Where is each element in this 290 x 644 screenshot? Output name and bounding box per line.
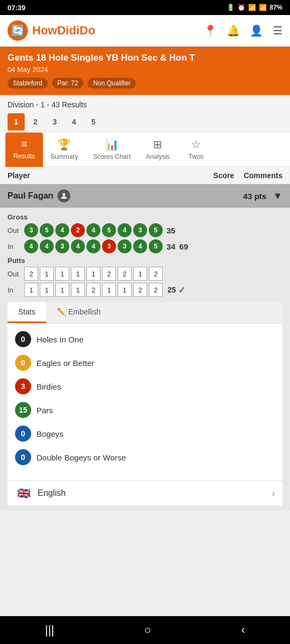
division-tab-3[interactable]: 3 — [46, 113, 63, 130]
language-footer[interactable]: 🇬🇧 English › — [8, 480, 282, 506]
gross-in-2: 4 — [40, 239, 54, 253]
gross-in-total: 34 — [166, 242, 176, 251]
division-label: Division - 1 - 43 Results — [8, 100, 282, 109]
gross-in-4: 4 — [71, 239, 85, 253]
birdies-badge: 3 — [15, 378, 31, 394]
nav-tabs[interactable]: ≡ Results 🏆 Summary 📊 Scores Chart ⊞ Ana… — [0, 133, 290, 167]
birdies-label: Birdies — [37, 382, 61, 391]
gross-out-9: 5 — [149, 223, 163, 237]
gross-in-5: 4 — [86, 239, 100, 253]
tab-scores-chart[interactable]: 📊 Scores Chart — [85, 133, 138, 166]
tab-analysis[interactable]: ⊞ Analysis — [138, 133, 177, 166]
results-icon: ≡ — [21, 138, 27, 150]
putt-out-5: 1 — [86, 267, 100, 281]
logo-text: HowDidiDo — [32, 24, 95, 38]
putts-out-row: Out 2 1 1 1 1 2 2 1 2 — [8, 267, 282, 281]
tab-embellish[interactable]: ✏️Embellish — [46, 302, 112, 323]
gross-out-4: 2 — [71, 223, 85, 237]
tab-results[interactable]: ≡ Results — [5, 133, 43, 167]
player-score: 43 pts — [243, 192, 266, 201]
division-tabs[interactable]: 1 2 3 4 5 — [8, 113, 282, 130]
putt-in-1: 1 — [24, 283, 38, 297]
gross-grand-total: 69 — [179, 242, 189, 251]
stat-pars: 15 Pars — [15, 402, 275, 418]
putts-out-label: Out — [8, 270, 23, 278]
gross-in-6: 3 — [102, 239, 116, 253]
putt-in-9: 2 — [149, 283, 163, 297]
bogeys-label: Bogeys — [37, 429, 63, 438]
user-icon[interactable]: 👤 — [250, 24, 263, 37]
gross-out-7: 4 — [118, 223, 132, 237]
putt-out-7: 2 — [118, 267, 132, 281]
nav-recent-apps-button[interactable]: ||| — [34, 619, 65, 641]
putt-in-2: 1 — [40, 283, 54, 297]
logo-icon: 🔄 — [8, 20, 28, 41]
division-tab-2[interactable]: 2 — [27, 113, 44, 130]
bogeys-badge: 0 — [15, 426, 31, 442]
putts-in-row: In 1 1 1 1 2 1 1 2 2 25 ✓ — [8, 283, 282, 297]
event-banner: Gents 18 Hole Singles YB Hon Sec & Hon T… — [0, 47, 290, 95]
putts-section: Putts Out 2 1 1 1 1 2 2 1 2 In 1 1 1 1 2… — [8, 257, 282, 297]
bottom-nav[interactable]: ||| ○ ‹ — [0, 616, 290, 644]
signal-icon: 📶 — [259, 4, 267, 11]
header-icons[interactable]: 📍 🔔 👤 ☰ — [204, 24, 282, 37]
nav-back-button[interactable]: ‹ — [230, 619, 256, 641]
gross-in-9: 5 — [149, 239, 163, 253]
player-row[interactable]: Paul Fagan 43 pts ▼ — [0, 184, 290, 208]
svg-point-0 — [63, 193, 66, 196]
gross-in-8: 4 — [133, 239, 147, 253]
gross-out-8: 3 — [133, 223, 147, 237]
tab-twos[interactable]: ☆ Twos — [177, 133, 215, 166]
stat-eagles: 0 Eagles or Better — [15, 355, 275, 371]
battery-percent: 87% — [270, 4, 282, 11]
stat-bogeys: 0 Bogeys — [15, 426, 275, 442]
player-avatar-icon — [57, 189, 70, 202]
eagles-label: Eagles or Better — [37, 358, 95, 368]
tag-qualifier: Non Qualifier — [88, 78, 136, 89]
player-name: Paul Fagan — [8, 189, 243, 202]
app-header: 🔄 HowDidiDo 📍 🔔 👤 ☰ — [0, 15, 290, 47]
nav-home-button[interactable]: ○ — [133, 619, 162, 641]
putt-out-3: 1 — [55, 267, 69, 281]
putt-in-3: 1 — [55, 283, 69, 297]
table-header: Player Score Comments — [0, 167, 290, 184]
score-detail: Gross Out 3 5 4 2 4 5 4 3 5 35 In 4 4 3 … — [0, 208, 290, 511]
putts-label: Putts — [8, 257, 282, 265]
gross-in-3: 3 — [55, 239, 69, 253]
tab-summary[interactable]: 🏆 Summary — [43, 133, 85, 166]
division-tab-4[interactable]: 4 — [66, 113, 83, 130]
tab-stats[interactable]: Stats — [8, 302, 46, 323]
flag-icon: 🇬🇧 — [15, 487, 32, 499]
double-bogeys-label: Double Bogeys or Worse — [37, 453, 126, 462]
putts-total: 25 ✓ — [168, 285, 185, 295]
in-label: In — [8, 243, 23, 251]
inner-tabs[interactable]: Stats ✏️Embellish — [8, 302, 282, 324]
division-tab-5[interactable]: 5 — [85, 113, 102, 130]
wifi-icon: 📶 — [248, 4, 256, 11]
putt-out-1: 2 — [24, 267, 38, 281]
putt-out-6: 2 — [102, 267, 116, 281]
event-title: Gents 18 Hole Singles YB Hon Sec & Hon T — [8, 52, 282, 64]
gross-out-1: 3 — [24, 223, 38, 237]
battery-icon: 🔋 — [227, 4, 235, 11]
out-label: Out — [8, 226, 23, 235]
event-date: 04 May 2024 — [8, 65, 282, 74]
division-bar: Division - 1 - 43 Results 1 2 3 4 5 — [0, 95, 290, 130]
putt-out-8: 1 — [133, 267, 147, 281]
bottom-spacer — [0, 511, 290, 539]
alarm-icon: ⏰ — [237, 4, 245, 11]
stats-content: 0 Holes In One 0 Eagles or Better 3 Bird… — [8, 324, 282, 480]
col-header-player: Player — [8, 171, 191, 180]
gross-out-2: 5 — [40, 223, 54, 237]
chevron-right-icon[interactable]: › — [272, 488, 275, 499]
holes-in-one-badge: 0 — [15, 331, 31, 347]
gross-out-3: 4 — [55, 223, 69, 237]
division-tab-1[interactable]: 1 — [8, 113, 25, 130]
bell-icon[interactable]: 🔔 — [227, 24, 240, 37]
location-icon[interactable]: 📍 — [204, 24, 217, 37]
gross-out-6: 5 — [102, 223, 116, 237]
menu-icon[interactable]: ☰ — [273, 24, 282, 37]
col-header-comments: Comments — [234, 171, 282, 180]
chevron-down-icon[interactable]: ▼ — [273, 191, 282, 202]
verified-check-icon: ✓ — [178, 285, 185, 295]
